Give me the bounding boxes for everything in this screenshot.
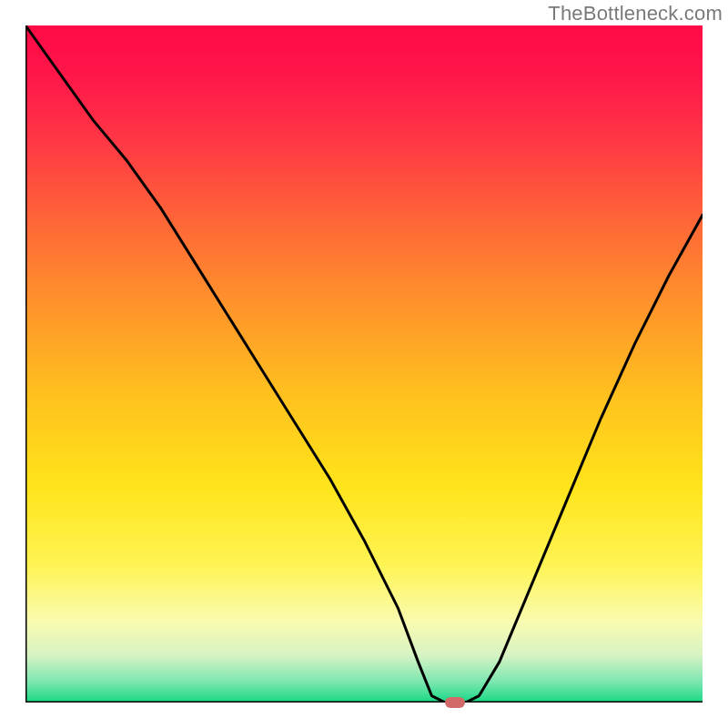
bottleneck-curve bbox=[25, 25, 703, 703]
chart-overlay bbox=[25, 25, 703, 703]
plot-area bbox=[25, 25, 703, 703]
source-attribution: TheBottleneck.com bbox=[548, 2, 723, 25]
chart-container: TheBottleneck.com bbox=[0, 0, 728, 728]
optimal-point-marker bbox=[445, 697, 465, 708]
